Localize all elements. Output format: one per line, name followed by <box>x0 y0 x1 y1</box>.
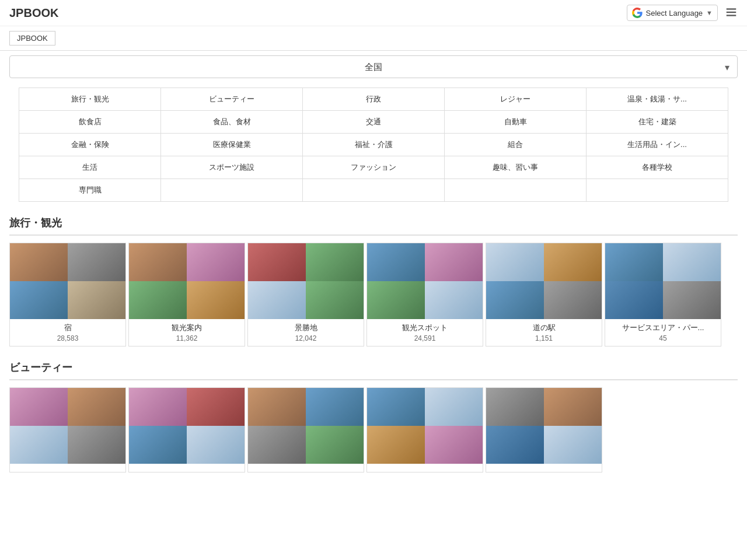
section-heading-1: ビューティー <box>0 351 747 379</box>
card[interactable]: サービスエリア・パー...45 <box>605 243 721 346</box>
card-image-grid <box>10 243 125 319</box>
card[interactable] <box>9 387 126 473</box>
card-title: 宿 <box>15 323 121 333</box>
card-image-3 <box>425 281 483 319</box>
site-logo[interactable]: JPBOOK <box>9 6 58 20</box>
category-cell[interactable]: ファッション <box>303 156 445 179</box>
card-image-0 <box>248 388 306 426</box>
card-info <box>129 464 245 472</box>
category-cell[interactable]: レジャー <box>445 88 587 111</box>
section-divider-0 <box>9 235 738 236</box>
card-image-2 <box>129 426 187 464</box>
category-cell[interactable]: 食品、食材 <box>161 111 303 134</box>
card-image-grid <box>248 243 364 319</box>
card-image-3 <box>663 281 721 319</box>
card-count: 1,151 <box>491 334 597 342</box>
card-image-grid <box>367 243 483 319</box>
card-image-3 <box>425 426 483 464</box>
tab-jpbook[interactable]: JPBOOK <box>9 31 55 46</box>
region-selector-wrap: 全国 北海道 東北 関東 中部 近畿 中国 四国 九州 沖縄 <box>0 51 747 83</box>
card-count: 45 <box>610 334 716 342</box>
category-cell[interactable]: 自動車 <box>445 111 587 134</box>
card-image-0 <box>486 388 544 426</box>
card-title: 観光スポット <box>372 323 478 333</box>
card-image-0 <box>10 388 68 426</box>
category-cell[interactable]: 飲食店 <box>19 111 161 134</box>
card-image-2 <box>248 281 306 319</box>
list-view-toggle[interactable] <box>725 6 738 20</box>
category-cell[interactable]: 金融・保険 <box>19 134 161 156</box>
card-title: 景勝地 <box>253 323 359 333</box>
category-cell[interactable]: 趣味、習い事 <box>445 156 587 179</box>
card-image-3 <box>544 281 602 319</box>
card[interactable]: 観光スポット24,591 <box>366 243 483 346</box>
card-image-1 <box>425 243 483 281</box>
card-info <box>367 464 483 472</box>
card-image-1 <box>68 243 125 281</box>
card-image-2 <box>10 281 68 319</box>
category-cell[interactable] <box>303 179 445 202</box>
category-cell[interactable]: 医療保健業 <box>161 134 303 156</box>
category-cell[interactable]: 温泉・銭湯・サ... <box>587 88 728 111</box>
card-image-2 <box>10 426 68 464</box>
card-info: 観光スポット24,591 <box>367 319 483 346</box>
category-cell[interactable]: 交通 <box>303 111 445 134</box>
category-cell[interactable]: 専門職 <box>19 179 161 202</box>
category-cell[interactable] <box>587 179 728 202</box>
card[interactable] <box>486 387 602 473</box>
language-label: Select Language <box>646 9 703 18</box>
category-cell[interactable]: ビューティー <box>161 88 303 111</box>
card-image-1 <box>306 243 364 281</box>
card[interactable]: 景勝地12,042 <box>247 243 364 346</box>
card-image-grid <box>486 388 602 464</box>
card-image-3 <box>306 281 364 319</box>
category-cell[interactable]: 行政 <box>303 88 445 111</box>
cards-grid-0: 宿28,583観光案内11,362景勝地12,042観光スポット24,591道の… <box>0 243 747 351</box>
region-select[interactable]: 全国 北海道 東北 関東 中部 近畿 中国 四国 九州 沖縄 <box>9 55 738 78</box>
card-image-3 <box>187 426 245 464</box>
section-title-1: ビューティー <box>9 360 738 374</box>
card-image-grid <box>486 243 602 319</box>
card-count: 11,362 <box>134 334 240 342</box>
card-image-grid <box>129 243 245 319</box>
card[interactable] <box>247 387 364 473</box>
card-image-1 <box>68 388 125 426</box>
card-image-0 <box>367 243 425 281</box>
header-right: Select Language ▼ <box>627 5 738 21</box>
card-image-grid <box>248 388 364 464</box>
card-count: 24,591 <box>372 334 478 342</box>
category-grid: 旅行・観光ビューティー行政レジャー温泉・銭湯・サ...飲食店食品、食材交通自動車… <box>19 88 728 202</box>
card-info: 宿28,583 <box>10 319 125 346</box>
category-cell[interactable]: 住宅・建築 <box>587 111 728 134</box>
list-view-icon <box>725 6 738 19</box>
card[interactable]: 観光案内11,362 <box>128 243 245 346</box>
card-image-0 <box>129 243 187 281</box>
category-cell[interactable]: 生活用品・イン... <box>587 134 728 156</box>
card-title: サービスエリア・パー... <box>610 323 716 333</box>
category-grid-wrap: 旅行・観光ビューティー行政レジャー温泉・銭湯・サ...飲食店食品、食材交通自動車… <box>0 88 747 202</box>
card-count: 12,042 <box>253 334 359 342</box>
card-image-0 <box>129 388 187 426</box>
category-cell[interactable] <box>445 179 587 202</box>
card-title: 道の駅 <box>491 323 597 333</box>
category-cell[interactable]: 組合 <box>445 134 587 156</box>
card-info: 景勝地12,042 <box>248 319 364 346</box>
card[interactable] <box>366 387 483 473</box>
card-image-2 <box>248 426 306 464</box>
language-selector[interactable]: Select Language ▼ <box>627 5 718 21</box>
cards-grid-1 <box>0 387 747 477</box>
card-image-grid <box>605 243 721 319</box>
card-info <box>248 464 364 472</box>
card-image-0 <box>605 243 663 281</box>
category-cell[interactable] <box>161 179 303 202</box>
card-info <box>10 464 125 472</box>
card[interactable]: 宿28,583 <box>9 243 126 346</box>
category-cell[interactable]: 各種学校 <box>587 156 728 179</box>
card[interactable]: 道の駅1,151 <box>486 243 602 346</box>
category-cell[interactable]: 生活 <box>19 156 161 179</box>
card-image-0 <box>10 243 68 281</box>
card[interactable] <box>128 387 245 473</box>
category-cell[interactable]: 福祉・介護 <box>303 134 445 156</box>
category-cell[interactable]: 旅行・観光 <box>19 88 161 111</box>
category-cell[interactable]: スポーツ施設 <box>161 156 303 179</box>
